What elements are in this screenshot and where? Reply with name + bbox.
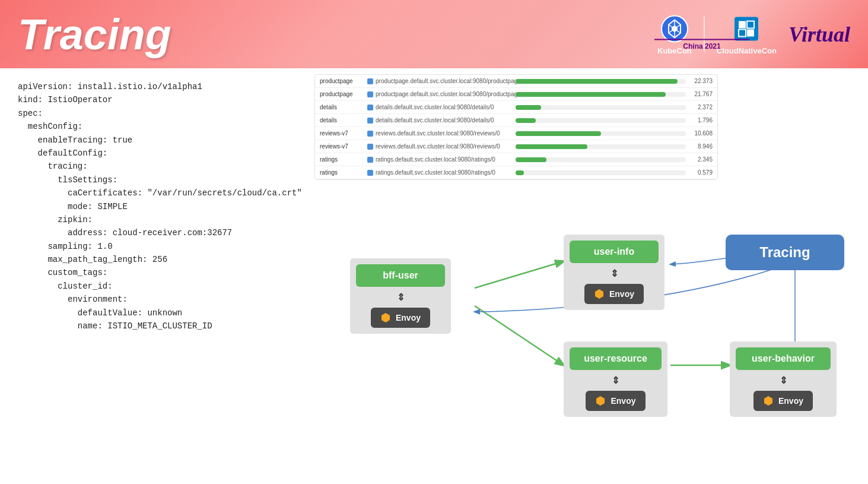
- trace-endpoint: productpage.default.svc.cluster.local:90…: [367, 78, 510, 84]
- trace-endpoint-icon: [367, 91, 373, 97]
- trace-service: details: [320, 104, 361, 110]
- trace-service: productpage: [320, 91, 361, 97]
- code-line: mode: SIMPLE: [18, 200, 261, 213]
- trace-endpoint: reviews.default.svc.cluster.local:9080/r…: [367, 143, 510, 150]
- trace-bar-bg: [516, 170, 686, 175]
- trace-endpoint-text: productpage.default.svc.cluster.local:90…: [376, 78, 521, 84]
- svg-marker-15: [381, 313, 390, 322]
- trace-endpoint-text: reviews.default.svc.cluster.local:9080/r…: [376, 143, 500, 150]
- logos-area: KubeCon CloudNativeCon Virtual China 202…: [657, 14, 850, 55]
- svg-rect-8: [747, 21, 754, 28]
- trace-bar-bg: [516, 144, 686, 149]
- svg-marker-17: [596, 396, 605, 406]
- svg-line-11: [475, 261, 564, 288]
- trace-duration: 0.579: [692, 169, 713, 176]
- bff-user-label: bff-user: [356, 264, 445, 287]
- code-line: tlsSettings:: [18, 173, 261, 186]
- code-line: custom_tags:: [18, 266, 261, 279]
- trace-service: productpage: [320, 78, 361, 84]
- bff-user-arrow: ⇕: [397, 292, 405, 303]
- trace-bar-area: [516, 79, 686, 84]
- service-box-user-info: user-info ⇕ Envoy: [564, 235, 664, 310]
- code-line: spec:: [18, 107, 261, 120]
- china-2021-label: China 2021: [654, 39, 749, 50]
- svg-rect-7: [739, 21, 746, 28]
- trace-bar-area: [516, 157, 686, 162]
- trace-bar-fill: [516, 144, 587, 149]
- page-title: Tracing: [18, 10, 171, 59]
- trace-service: reviews-v7: [320, 130, 361, 137]
- trace-endpoint-text: details.default.svc.cluster.local:9080/d…: [376, 104, 494, 110]
- trace-endpoint: ratings.default.svc.cluster.local:9080/r…: [367, 156, 510, 163]
- trace-endpoint-icon: [367, 157, 373, 163]
- trace-endpoint: details.default.svc.cluster.local:9080/d…: [367, 117, 510, 124]
- svg-marker-18: [764, 396, 772, 406]
- svg-rect-9: [739, 29, 746, 36]
- service-box-bff-user: bff-user ⇕ Envoy: [350, 258, 451, 334]
- envoy-hex-icon: [380, 312, 391, 323]
- trace-service: ratings: [320, 156, 361, 163]
- user-info-envoy-icon: [594, 289, 605, 299]
- trace-bar-bg: [516, 92, 686, 97]
- trace-endpoint-icon: [367, 131, 373, 137]
- trace-bar-fill: [516, 157, 546, 162]
- trace-bar-area: [516, 144, 686, 149]
- code-line: zipkin:: [18, 213, 261, 226]
- trace-bar-fill: [516, 131, 601, 136]
- trace-endpoint-icon: [367, 170, 373, 176]
- code-line: tracing:: [18, 160, 261, 173]
- trace-duration: 22.373: [692, 78, 713, 84]
- trace-endpoint-text: ratings.default.svc.cluster.local:9080/r…: [376, 169, 495, 176]
- right-area: productpageproductpage.default.svc.clust…: [279, 68, 868, 484]
- trace-duration: 10.608: [692, 130, 713, 137]
- trace-duration: 2.372: [692, 104, 713, 110]
- user-behavior-envoy: Envoy: [753, 391, 813, 411]
- trace-endpoint-icon: [367, 144, 373, 150]
- code-line: apiVersion: install.istio.io/v1alpha1: [18, 80, 261, 93]
- svg-rect-10: [747, 29, 754, 36]
- trace-duration: 8.946: [692, 143, 713, 150]
- code-line: environment:: [18, 293, 261, 306]
- user-behavior-label: user-behavior: [736, 347, 831, 370]
- trace-endpoint-icon: [367, 118, 373, 124]
- trace-endpoint: details.default.svc.cluster.local:9080/d…: [367, 104, 510, 110]
- trace-endpoint: productpage.default.svc.cluster.local:90…: [367, 91, 510, 97]
- user-resource-label: user-resource: [570, 347, 662, 370]
- tracing-box: Tracing: [726, 235, 844, 270]
- code-line: caCertificates: "/var/run/secrets/cloud/…: [18, 186, 261, 200]
- code-line: cluster_id:: [18, 280, 261, 293]
- code-line: sampling: 1.0: [18, 240, 261, 253]
- trace-endpoint-text: ratings.default.svc.cluster.local:9080/r…: [376, 156, 495, 163]
- header: Tracing KubeCon CloudNativeCon: [0, 0, 868, 68]
- trace-endpoint-icon: [367, 105, 373, 110]
- trace-row: detailsdetails.default.svc.cluster.local…: [315, 114, 717, 127]
- trace-row: productpageproductpage.default.svc.clust…: [315, 88, 717, 101]
- main-content: apiVersion: install.istio.io/v1alpha1kin…: [0, 68, 868, 484]
- trace-bar-bg: [516, 157, 686, 162]
- trace-endpoint-text: details.default.svc.cluster.local:9080/d…: [376, 117, 494, 124]
- code-line: defaultValue: unknown: [18, 306, 261, 319]
- user-behavior-envoy-icon: [763, 396, 774, 406]
- code-block: apiVersion: install.istio.io/v1alpha1kin…: [18, 80, 261, 333]
- code-line: kind: IstioOperator: [18, 93, 261, 106]
- diagram-area: Tracing bff-user ⇕ Envoy user-info ⇕: [279, 229, 868, 484]
- trace-endpoint: reviews.default.svc.cluster.local:9080/r…: [367, 130, 510, 137]
- svg-marker-16: [595, 289, 603, 299]
- trace-bar-fill: [516, 105, 541, 110]
- service-box-user-resource: user-resource ⇕ Envoy: [564, 341, 667, 417]
- trace-service: reviews-v7: [320, 143, 361, 150]
- bff-user-envoy: Envoy: [371, 308, 430, 328]
- trace-row: ratingsratings.default.svc.cluster.local…: [315, 166, 717, 179]
- trace-bar-bg: [516, 105, 686, 110]
- trace-endpoint-text: productpage.default.svc.cluster.local:90…: [376, 91, 521, 97]
- trace-bar-area: [516, 131, 686, 136]
- user-info-envoy: Envoy: [584, 284, 644, 304]
- trace-bar-bg: [516, 79, 686, 84]
- user-resource-envoy-icon: [595, 396, 606, 406]
- trace-row: reviews-v7reviews.default.svc.cluster.lo…: [315, 140, 717, 153]
- trace-endpoint-text: reviews.default.svc.cluster.local:9080/r…: [376, 130, 500, 137]
- code-line: name: ISTIO_META_CLUSTER_ID: [18, 319, 261, 333]
- user-behavior-arrow: ⇕: [780, 375, 787, 386]
- trace-row: detailsdetails.default.svc.cluster.local…: [315, 101, 717, 114]
- code-line: meshConfig:: [18, 120, 261, 133]
